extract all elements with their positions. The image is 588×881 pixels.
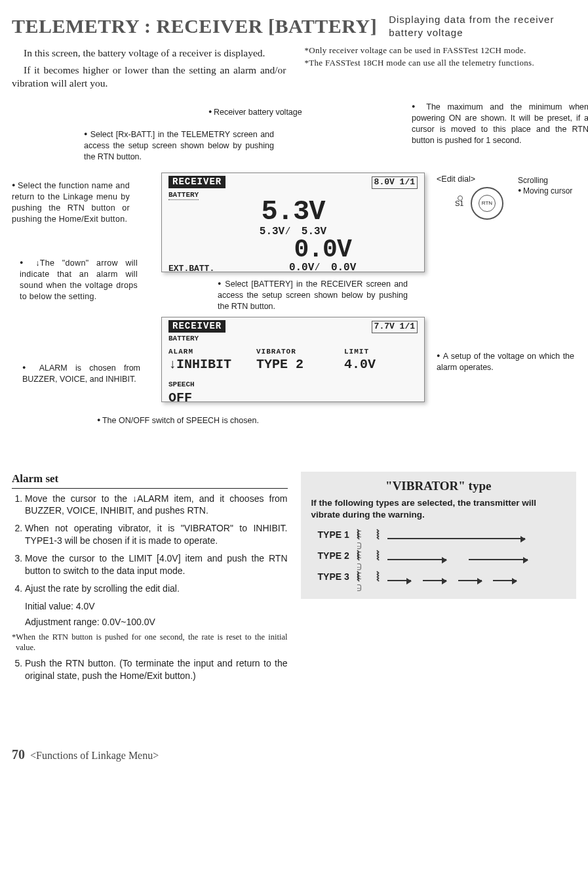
scrolling-label: Scrolling (518, 175, 548, 186)
alarm-step-3: Move the cursor to the LIMIT [4.0V] item… (25, 552, 288, 577)
vibrator-type-2-row: TYPE 2 ◦◦◦◦ (318, 548, 566, 563)
alarm-reset-note: *When the RTN button is pushed for one s… (12, 632, 288, 653)
vibrator-section: "VIBRATOR" type If the following types a… (301, 472, 577, 687)
alarm-steps-list: Move the cursor to the ↓ALARM item, and … (14, 493, 288, 595)
alarm-step-4: Ajust the rate by scrolling the edit dia… (25, 583, 288, 595)
callout-limit-setup: A setup of the voltage on which the alar… (437, 351, 574, 373)
lcd-bot-corner: 7.7V 1/1 (372, 321, 418, 333)
page-subtitle: Displaying data from the receiver batter… (389, 13, 559, 39)
lcd-top-ext-sub: 0.0V∕ 0.0V (227, 261, 418, 275)
vibrator-icon: ◦◦◦◦ (357, 527, 380, 543)
page-header: TELEMETRY : RECEIVER [BATTERY] Displayin… (12, 13, 576, 39)
lcd-bot-alarm-value: ↓INHIBIT (168, 356, 242, 373)
alarm-steps-list-2: Push the RTN button. (To terminate the i… (14, 657, 288, 682)
callout-select-battery: Select [BATTERY] in the RECEIVER screen … (218, 279, 408, 312)
lcd-top-corner: 8.0V 1/1 (372, 176, 418, 189)
lcd-bot-battery-label: BATTERY (168, 334, 418, 343)
lcd-bot-limit-value: 4.0V (344, 356, 418, 373)
lcd-bot-limit-label: LIMIT (344, 347, 418, 356)
page-footer: 70 <Functions of Linkage Menu> (12, 746, 576, 763)
vibrator-title: "VIBRATOR" type (311, 478, 566, 495)
lcd-bot-header: RECEIVER (168, 320, 225, 332)
edit-dial-icon: RTN (471, 187, 503, 220)
vibrator-sub: If the following types are selected, the… (311, 497, 566, 520)
vibrator-pattern-1 (387, 531, 566, 538)
edit-dial-label: <Edit dial> (437, 174, 475, 185)
lcd-top-header: RECEIVER (168, 176, 225, 188)
intro-row: In this screen, the battery voltage of a… (12, 44, 576, 94)
lcd-top-sub-voltage: 5.3V∕ 5.3V (168, 225, 418, 239)
alarm-step-5: Push the RTN button. (To terminate the i… (25, 657, 288, 682)
alarm-step-4-text: Ajust the rate by scrolling the edit dia… (25, 583, 180, 594)
lcd-top-battery-label: BATTERY (168, 190, 199, 200)
lcd-bot-alarm-label: ALARM (168, 347, 242, 356)
lcd-top-ext-voltage: 0.0V (227, 239, 418, 261)
alarm-adj-range: Adjustment range: 0.0V~100.0V (12, 616, 288, 628)
page-title: TELEMETRY : RECEIVER [BATTERY] (12, 13, 377, 39)
lcd-screen-battery-setup: RECEIVER 7.7V 1/1 BATTERY ALARM ↓INHIBIT… (161, 317, 425, 402)
rtn-button-icon: RTN (479, 195, 496, 212)
callout-rx-voltage: Receiver battery voltage (208, 107, 340, 118)
lcd-screen-receiver: RECEIVER 8.0V 1/1 BATTERY 5.3V 5.3V∕ 5.3… (161, 173, 425, 272)
alarm-set-section: Alarm set Move the cursor to the ↓ALARM … (12, 472, 288, 687)
lcd-bot-speech-label: SPEECH (168, 380, 418, 389)
alarm-step-2: When not operating vibrator, it is "VIBR… (25, 522, 288, 547)
vibrator-icon: ◦◦◦◦ (357, 569, 380, 584)
vibrator-type-3-label: TYPE 3 (318, 571, 349, 583)
vibrator-type-3-row: TYPE 3 ◦◦◦◦ (318, 569, 566, 584)
alarm-step-1: Move the cursor to the ↓ALARM item, and … (25, 493, 288, 518)
vibrator-pattern-2 (387, 552, 566, 559)
lower-row: Alarm set Move the cursor to the ↓ALARM … (12, 472, 576, 687)
lcd-top-ext-label: EXT.BATT. (168, 264, 214, 275)
alarm-initial-value: Initial value: 4.0V (12, 600, 288, 612)
vibrator-type-1-label: TYPE 1 (318, 529, 349, 541)
intro-p1: In this screen, the battery voltage of a… (12, 47, 286, 60)
callout-minmax: The maximum and the minimum when powerin… (412, 102, 588, 146)
vibrator-box: "VIBRATOR" type If the following types a… (301, 472, 577, 599)
intro-note1: *Only receiver voltage can be used in FA… (302, 45, 577, 56)
intro-p2: If it becomes higher or lower than the s… (12, 64, 286, 90)
callout-speech-switch: The ON/OFF switch of SPEECH is chosen. (97, 415, 294, 426)
lcd-bot-speech-value: OFF (168, 390, 418, 407)
lcd-bot-vib-label: VIBRATOR (256, 347, 330, 356)
intro-note2: *The FASSTest 18CH mode can use all the … (302, 58, 577, 69)
callout-down-arrow: ↓The "down" arrow will indicate that an … (20, 258, 138, 302)
page-number: 70 (12, 746, 25, 763)
vibrator-type-1-row: TYPE 1 ◦◦◦◦ (318, 527, 566, 543)
intro-right: *Only receiver voltage can be used in FA… (302, 44, 577, 94)
diagram-area: Receiver battery voltage The maximum and… (12, 102, 576, 469)
moving-cursor-label: Moving cursor (518, 186, 572, 196)
alarm-set-heading: Alarm set (12, 472, 288, 488)
callout-select-fn: Select the function name and return to t… (12, 180, 130, 225)
vibrator-icon: ◦◦◦◦ (357, 548, 380, 563)
callout-alarm-chosen: ALARM is chosen from BUZZER, VOICE, and … (22, 363, 140, 385)
vibrator-pattern-3 (387, 573, 566, 580)
lcd-bot-vib-value: TYPE 2 (256, 356, 330, 373)
intro-left: In this screen, the battery voltage of a… (12, 44, 286, 94)
lcd-top-main-voltage: 5.3V (168, 200, 418, 225)
callout-select-rxbatt: Select [Rx-BATT.] in the TELEMETRY scree… (84, 129, 274, 163)
vibrator-type-2-label: TYPE 2 (318, 550, 349, 562)
footer-label: <Functions of Linkage Menu> (30, 749, 159, 763)
